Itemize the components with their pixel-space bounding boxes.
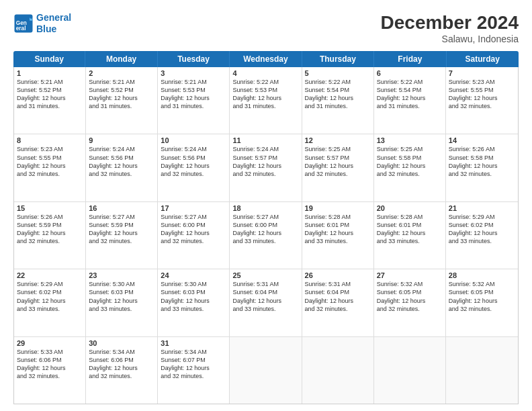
day-number: 10 <box>161 136 226 144</box>
week-row-2: 8Sunrise: 5:23 AM Sunset: 5:55 PM Daylig… <box>14 134 518 201</box>
day-info: Sunrise: 5:29 AM Sunset: 6:02 PM Dayligh… <box>17 280 83 313</box>
day-info: Sunrise: 5:22 AM Sunset: 5:54 PM Dayligh… <box>377 78 443 111</box>
week-row-3: 15Sunrise: 5:26 AM Sunset: 5:59 PM Dayli… <box>14 202 518 269</box>
day-number: 19 <box>305 204 371 212</box>
day-number: 22 <box>17 271 83 279</box>
cal-cell-3-5: 19Sunrise: 5:28 AM Sunset: 6:01 PM Dayli… <box>302 202 374 269</box>
day-number: 4 <box>232 69 298 77</box>
day-number: 16 <box>89 204 154 212</box>
cal-cell-3-1: 15Sunrise: 5:26 AM Sunset: 5:59 PM Dayli… <box>14 202 86 269</box>
day-number: 7 <box>449 69 515 77</box>
cal-cell-4-3: 24Sunrise: 5:30 AM Sunset: 6:03 PM Dayli… <box>158 269 230 336</box>
cal-cell-1-3: 3Sunrise: 5:21 AM Sunset: 5:53 PM Daylig… <box>158 67 230 134</box>
header-friday: Friday <box>374 51 446 67</box>
day-number: 31 <box>161 339 226 347</box>
cal-cell-4-7: 28Sunrise: 5:32 AM Sunset: 6:05 PM Dayli… <box>446 269 518 336</box>
day-info: Sunrise: 5:25 AM Sunset: 5:58 PM Dayligh… <box>377 145 443 178</box>
day-info: Sunrise: 5:29 AM Sunset: 6:02 PM Dayligh… <box>449 213 515 246</box>
day-info: Sunrise: 5:23 AM Sunset: 5:55 PM Dayligh… <box>449 78 515 111</box>
day-info: Sunrise: 5:33 AM Sunset: 6:06 PM Dayligh… <box>17 348 83 381</box>
day-info: Sunrise: 5:28 AM Sunset: 6:01 PM Dayligh… <box>305 213 371 246</box>
day-number: 23 <box>89 271 154 279</box>
cal-cell-5-1: 29Sunrise: 5:33 AM Sunset: 6:06 PM Dayli… <box>14 337 86 404</box>
calendar-header: Sunday Monday Tuesday Wednesday Thursday… <box>13 51 519 67</box>
cal-cell-3-6: 20Sunrise: 5:28 AM Sunset: 6:01 PM Dayli… <box>374 202 446 269</box>
header-saturday: Saturday <box>447 51 519 67</box>
cal-cell-5-4 <box>230 337 302 404</box>
day-number: 15 <box>17 204 83 212</box>
logo-line2: Blue <box>36 24 56 34</box>
cal-cell-2-6: 13Sunrise: 5:25 AM Sunset: 5:58 PM Dayli… <box>374 134 446 201</box>
day-number: 14 <box>449 136 515 144</box>
day-info: Sunrise: 5:28 AM Sunset: 6:01 PM Dayligh… <box>377 213 443 246</box>
cal-cell-5-7 <box>446 337 518 404</box>
day-number: 5 <box>305 69 371 77</box>
day-info: Sunrise: 5:27 AM Sunset: 6:00 PM Dayligh… <box>232 213 298 246</box>
logo: Gen eral General Blue <box>13 12 71 35</box>
header-sunday: Sunday <box>13 51 85 67</box>
page: Gen eral General Blue December 2024 Sala… <box>0 0 532 411</box>
day-number: 29 <box>17 339 83 347</box>
day-number: 20 <box>377 204 443 212</box>
cal-cell-5-6 <box>374 337 446 404</box>
day-number: 17 <box>161 204 226 212</box>
day-info: Sunrise: 5:34 AM Sunset: 6:07 PM Dayligh… <box>161 348 226 381</box>
title-block: December 2024 Salawu, Indonesia <box>381 12 519 44</box>
day-number: 18 <box>232 204 298 212</box>
day-info: Sunrise: 5:27 AM Sunset: 6:00 PM Dayligh… <box>161 213 226 246</box>
day-number: 1 <box>17 69 83 77</box>
day-number: 21 <box>449 204 515 212</box>
cal-cell-2-7: 14Sunrise: 5:26 AM Sunset: 5:58 PM Dayli… <box>446 134 518 201</box>
day-info: Sunrise: 5:31 AM Sunset: 6:04 PM Dayligh… <box>305 280 371 313</box>
day-number: 3 <box>161 69 226 77</box>
cal-cell-2-4: 11Sunrise: 5:24 AM Sunset: 5:57 PM Dayli… <box>230 134 302 201</box>
calendar: Sunday Monday Tuesday Wednesday Thursday… <box>13 51 519 404</box>
day-number: 24 <box>161 271 226 279</box>
day-number: 30 <box>89 339 154 347</box>
cal-cell-3-4: 18Sunrise: 5:27 AM Sunset: 6:00 PM Dayli… <box>230 202 302 269</box>
cal-cell-2-5: 12Sunrise: 5:25 AM Sunset: 5:57 PM Dayli… <box>302 134 374 201</box>
cal-cell-3-7: 21Sunrise: 5:29 AM Sunset: 6:02 PM Dayli… <box>446 202 518 269</box>
day-number: 8 <box>17 136 83 144</box>
day-number: 13 <box>377 136 443 144</box>
day-info: Sunrise: 5:22 AM Sunset: 5:53 PM Dayligh… <box>232 78 298 111</box>
logo-icon: Gen eral <box>13 13 34 34</box>
day-info: Sunrise: 5:24 AM Sunset: 5:56 PM Dayligh… <box>89 145 154 178</box>
day-info: Sunrise: 5:30 AM Sunset: 6:03 PM Dayligh… <box>89 280 154 313</box>
week-row-5: 29Sunrise: 5:33 AM Sunset: 6:06 PM Dayli… <box>14 337 518 404</box>
month-title: December 2024 <box>381 12 519 34</box>
day-info: Sunrise: 5:21 AM Sunset: 5:52 PM Dayligh… <box>89 78 154 111</box>
day-number: 6 <box>377 69 443 77</box>
cal-cell-5-3: 31Sunrise: 5:34 AM Sunset: 6:07 PM Dayli… <box>158 337 230 404</box>
cal-cell-4-4: 25Sunrise: 5:31 AM Sunset: 6:04 PM Dayli… <box>230 269 302 336</box>
cal-cell-1-4: 4Sunrise: 5:22 AM Sunset: 5:53 PM Daylig… <box>230 67 302 134</box>
day-number: 27 <box>377 271 443 279</box>
logo-line1: General <box>36 12 71 23</box>
cal-cell-5-2: 30Sunrise: 5:34 AM Sunset: 6:06 PM Dayli… <box>86 337 158 404</box>
cal-cell-3-3: 17Sunrise: 5:27 AM Sunset: 6:00 PM Dayli… <box>158 202 230 269</box>
cal-cell-1-5: 5Sunrise: 5:22 AM Sunset: 5:54 PM Daylig… <box>302 67 374 134</box>
day-number: 2 <box>89 69 154 77</box>
day-info: Sunrise: 5:24 AM Sunset: 5:56 PM Dayligh… <box>161 145 226 178</box>
day-number: 9 <box>89 136 154 144</box>
day-info: Sunrise: 5:31 AM Sunset: 6:04 PM Dayligh… <box>232 280 298 313</box>
day-info: Sunrise: 5:24 AM Sunset: 5:57 PM Dayligh… <box>232 145 298 178</box>
cal-cell-4-6: 27Sunrise: 5:32 AM Sunset: 6:05 PM Dayli… <box>374 269 446 336</box>
day-info: Sunrise: 5:27 AM Sunset: 5:59 PM Dayligh… <box>89 213 154 246</box>
cal-cell-4-5: 26Sunrise: 5:31 AM Sunset: 6:04 PM Dayli… <box>302 269 374 336</box>
header: Gen eral General Blue December 2024 Sala… <box>13 12 519 44</box>
cal-cell-2-1: 8Sunrise: 5:23 AM Sunset: 5:55 PM Daylig… <box>14 134 86 201</box>
cal-cell-4-2: 23Sunrise: 5:30 AM Sunset: 6:03 PM Dayli… <box>86 269 158 336</box>
header-wednesday: Wednesday <box>230 51 302 67</box>
cal-cell-2-2: 9Sunrise: 5:24 AM Sunset: 5:56 PM Daylig… <box>86 134 158 201</box>
header-thursday: Thursday <box>302 51 374 67</box>
day-info: Sunrise: 5:25 AM Sunset: 5:57 PM Dayligh… <box>305 145 371 178</box>
location: Salawu, Indonesia <box>381 34 519 44</box>
header-monday: Monday <box>85 51 157 67</box>
day-info: Sunrise: 5:21 AM Sunset: 5:53 PM Dayligh… <box>161 78 226 111</box>
cal-cell-2-3: 10Sunrise: 5:24 AM Sunset: 5:56 PM Dayli… <box>158 134 230 201</box>
week-row-4: 22Sunrise: 5:29 AM Sunset: 6:02 PM Dayli… <box>14 269 518 336</box>
day-info: Sunrise: 5:26 AM Sunset: 5:59 PM Dayligh… <box>17 213 83 246</box>
day-number: 26 <box>305 271 371 279</box>
cal-cell-1-7: 7Sunrise: 5:23 AM Sunset: 5:55 PM Daylig… <box>446 67 518 134</box>
